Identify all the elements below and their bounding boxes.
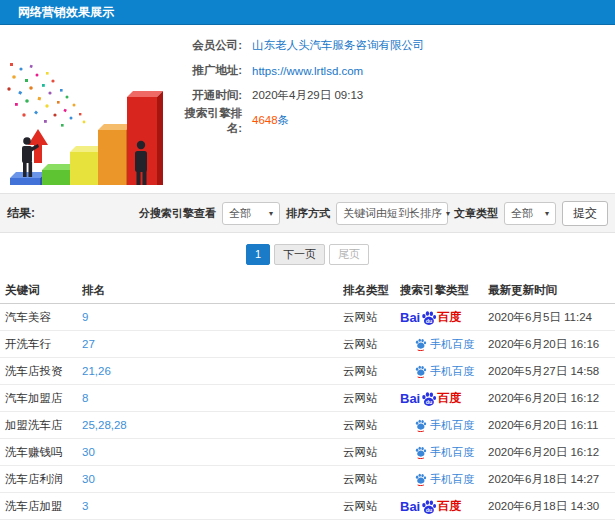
update-time-cell: 2020年6月20日 16:12 [488,391,615,406]
article-type-select[interactable]: 全部 ▾ [504,202,556,225]
keyword-cell: 洗车店利润 [5,472,82,487]
table-body: 汽车美容 9 云网站 Bai du 百度 [0,304,615,520]
rank-type-cell: 云网站 [343,445,400,460]
chevron-down-icon: ▾ [269,209,273,218]
col-update-time: 最新更新时间 [488,283,615,298]
member-company-link[interactable]: 山东老人头汽车服务咨询有限公司 [252,38,425,53]
pagination: 1 下一页 尾页 [0,244,615,265]
results-table: 关键词 排名 排名类型 搜索引擎类型 最新更新时间 汽车美容 9 云网站 Bai [0,278,615,520]
rank-type-cell: 云网站 [343,337,400,352]
filter-controls: 分搜索引擎查看 全部 ▾ 排序方式 关键词由短到长排序 ▾ 文章类型 全部 ▾ … [139,201,608,226]
mobile-baidu-paw-icon [414,364,427,378]
baidu-paw-icon: du [420,390,437,407]
engine-rank-label: 搜索引擎排名: [170,106,242,136]
table-row: 汽车美容 9 云网站 Bai du 百度 [0,304,615,331]
search-engine-cell: Bai du 百度 [400,390,488,407]
chevron-down-icon: ▾ [446,209,450,218]
rank-link[interactable]: 9 [82,311,343,323]
mobile-baidu-paw-icon [414,445,427,459]
engine-filter-label: 分搜索引擎查看 [139,206,216,221]
table-row: 洗车店加盟 3 云网站 Bai du 百度 [0,493,615,520]
table-header-row: 关键词 排名 排名类型 搜索引擎类型 最新更新时间 [0,278,615,304]
open-time-row: 开通时间: 2020年4月29日 09:13 [170,83,425,108]
keyword-cell: 洗车赚钱吗 [5,445,82,460]
update-time-cell: 2020年6月20日 16:16 [488,337,615,352]
rank-link[interactable]: 25,28,28 [82,419,343,431]
submit-button[interactable]: 提交 [562,201,608,226]
mobile-baidu-logo: 手机百度 [400,364,488,379]
member-company-label: 会员公司: [170,38,242,53]
search-engine-cell: Bai du 百度 [400,337,488,352]
table-row: 开洗车行 27 云网站 Bai du 百度 [0,331,615,358]
engine-rank-count: 4648 [252,114,278,126]
next-page-button[interactable]: 下一页 [274,244,325,265]
rank-link[interactable]: 8 [82,392,343,404]
keyword-cell: 洗车店加盟 [5,499,82,514]
search-engine-cell: Bai du 百度 [400,445,488,460]
engine-rank-unit: 条 [278,114,290,126]
mobile-baidu-logo: 手机百度 [400,472,488,487]
sort-value: 关键词由短到长排序 [343,206,442,221]
table-row: 加盟洗车店 25,28,28 云网站 Bai du 百度 [0,412,615,439]
promo-url-link[interactable]: https://www.lrtlsd.com [252,65,363,77]
mobile-baidu-logo: 手机百度 [400,418,488,433]
baidu-logo: Bai du 百度 [400,498,488,515]
mobile-baidu-logo: 手机百度 [400,337,488,352]
search-engine-cell: Bai du 百度 [400,418,488,433]
col-keyword: 关键词 [5,283,82,298]
update-time-cell: 2020年6月5日 11:24 [488,310,615,325]
mobile-baidu-paw-icon [414,418,427,432]
open-time-label: 开通时间: [170,88,242,103]
rank-type-cell: 云网站 [343,310,400,325]
rank-type-cell: 云网站 [343,364,400,379]
article-type-value: 全部 [511,206,533,221]
search-engine-cell: Bai du 百度 [400,364,488,379]
rank-link[interactable]: 3 [82,500,343,512]
search-engine-cell: Bai du 百度 [400,309,488,326]
filter-bar: 结果: 分搜索引擎查看 全部 ▾ 排序方式 关键词由短到长排序 ▾ 文章类型 全… [0,193,615,233]
rank-link[interactable]: 30 [82,473,343,485]
mobile-baidu-paw-icon [414,472,427,486]
baidu-paw-icon: du [420,309,437,326]
member-company-row: 会员公司: 山东老人头汽车服务咨询有限公司 [170,33,425,58]
col-rank: 排名 [82,283,343,298]
confetti-icon [7,63,85,127]
update-time-cell: 2020年6月20日 16:12 [488,445,615,460]
table-row: 洗车店投资 21,26 云网站 Bai du 百度 [0,358,615,385]
col-engine-type: 搜索引擎类型 [400,283,488,298]
info-section: 会员公司: 山东老人头汽车服务咨询有限公司 推广地址: https://www.… [0,25,615,187]
engine-rank-row: 搜索引擎排名: 4648条 [170,108,425,133]
sort-select[interactable]: 关键词由短到长排序 ▾ [336,202,448,225]
mobile-baidu-logo: 手机百度 [400,445,488,460]
table-row: 洗车店利润 30 云网站 Bai du 百度 [0,466,615,493]
rank-link[interactable]: 27 [82,338,343,350]
keyword-cell: 汽车美容 [5,310,82,325]
col-rank-type: 排名类型 [343,283,400,298]
update-time-cell: 2020年6月20日 16:11 [488,418,615,433]
keyword-cell: 汽车加盟店 [5,391,82,406]
rank-type-cell: 云网站 [343,391,400,406]
baidu-logo: Bai du 百度 [400,390,488,407]
chevron-down-icon: ▾ [545,209,549,218]
engine-filter-select[interactable]: 全部 ▾ [222,202,280,225]
mobile-baidu-paw-icon [414,337,427,351]
rank-link[interactable]: 21,26 [82,365,343,377]
update-time-cell: 2020年6月18日 14:27 [488,472,615,487]
rank-type-cell: 云网站 [343,472,400,487]
article-type-label: 文章类型 [454,206,498,221]
page-1-button[interactable]: 1 [246,244,270,265]
rank-link[interactable]: 30 [82,446,343,458]
baidu-logo: Bai du 百度 [400,309,488,326]
page-title: 网络营销效果展示 [18,5,114,19]
keyword-cell: 加盟洗车店 [5,418,82,433]
promo-url-label: 推广地址: [170,63,242,78]
last-page-button[interactable]: 尾页 [329,244,369,265]
promo-url-row: 推广地址: https://www.lrtlsd.com [170,58,425,83]
keyword-cell: 开洗车行 [5,337,82,352]
keyword-cell: 洗车店投资 [5,364,82,379]
baidu-paw-icon: du [420,498,437,515]
update-time-cell: 2020年5月27日 14:58 [488,364,615,379]
rank-type-cell: 云网站 [343,418,400,433]
update-time-cell: 2020年6月18日 14:30 [488,499,615,514]
search-engine-cell: Bai du 百度 [400,498,488,515]
